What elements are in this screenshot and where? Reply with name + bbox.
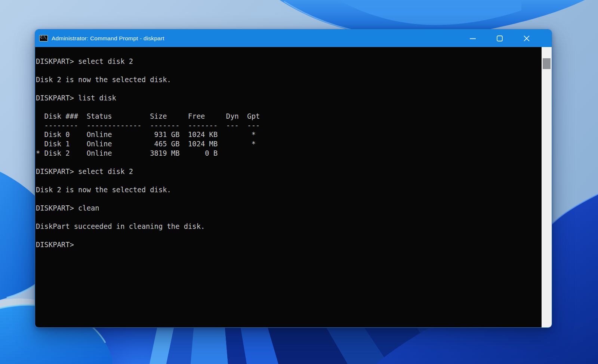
terminal-output[interactable]: DISKPART> select disk 2 Disk 2 is now th… [35,47,552,327]
console-text: DISKPART> select disk 2 Disk 2 is now th… [36,48,260,250]
window-title: Administrator: Command Prompt - diskpart [52,35,461,42]
window-controls [461,29,552,47]
minimize-icon [469,35,476,42]
command-prompt-window: C:\_ Administrator: Command Prompt - dis… [35,29,552,328]
close-button[interactable] [515,29,538,47]
cmd-icon: C:\_ [39,35,48,41]
scrollbar-thumb[interactable] [543,58,551,69]
minimize-button[interactable] [461,29,484,47]
maximize-button[interactable] [488,29,511,47]
maximize-icon [496,35,503,42]
scrollbar[interactable] [542,47,552,327]
close-icon [523,35,530,42]
title-bar[interactable]: C:\_ Administrator: Command Prompt - dis… [35,29,552,47]
